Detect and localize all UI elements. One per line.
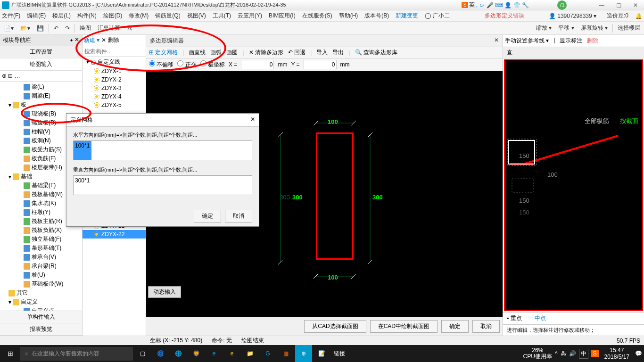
tree-item[interactable]: 条形基础(T) xyxy=(1,244,81,253)
select-floor-button[interactable]: 选择楼层 xyxy=(616,23,642,33)
menu-rebar[interactable]: 钢筋量(Q) xyxy=(155,12,180,20)
tree-item[interactable]: 承台梁(R) xyxy=(1,262,81,271)
tree-item[interactable]: 独立基础(F) xyxy=(1,235,81,244)
redo-icon[interactable]: ↷ xyxy=(63,24,72,33)
right-tab[interactable]: 直 xyxy=(503,47,644,58)
app-icon-6[interactable]: ⊕ xyxy=(295,345,312,362)
h-spacing-input[interactable]: <span class="dlg-sel"></span> xyxy=(73,140,252,160)
import-button[interactable]: 导入 xyxy=(316,49,328,57)
menu-help[interactable]: 帮助(H) xyxy=(339,12,358,20)
menu-modify[interactable]: 修改(M) xyxy=(129,12,149,20)
query-polygon-button[interactable]: 🔍 查询多边形库 xyxy=(355,49,397,57)
show-dim-button[interactable]: 显示标注 xyxy=(560,37,582,45)
undo-icon[interactable]: ↶ xyxy=(52,24,60,33)
tab-report[interactable]: 报表预览 xyxy=(0,323,82,336)
app-icon-4[interactable]: G xyxy=(259,345,276,362)
tray-sogou-icon[interactable]: S xyxy=(591,350,599,357)
maximize-button[interactable]: ▢ xyxy=(612,2,625,8)
edge-icon[interactable]: e xyxy=(206,345,223,362)
new-component-button[interactable]: 新建 ▾ xyxy=(84,36,99,44)
calc-button[interactable]: 汇总计算 xyxy=(96,23,122,33)
tree-item[interactable]: ▾板 xyxy=(1,100,81,109)
dialog-ok-button[interactable]: 确定 xyxy=(194,210,221,222)
delete-right-button[interactable]: 删除 xyxy=(587,37,598,45)
app-icon-2[interactable]: 🌐 xyxy=(170,345,187,362)
save-icon[interactable]: 💾 xyxy=(35,24,46,33)
tree-item[interactable]: 梁(L) xyxy=(1,82,81,91)
menu-view[interactable]: 视图(V) xyxy=(187,12,206,20)
tree-item[interactable]: 筏板负筋(X) xyxy=(1,226,81,235)
draw-mode-button[interactable]: 绘图 xyxy=(78,23,93,33)
app-icon-1[interactable]: 🌀 xyxy=(152,345,169,362)
snap-endpoint[interactable]: ▪ 重点 xyxy=(507,314,522,322)
list-item[interactable]: ZDYX-1 xyxy=(83,67,146,75)
polygon-close-icon[interactable]: ✕ xyxy=(494,37,499,45)
draw-line-button[interactable]: 画直线 xyxy=(189,49,206,57)
menu-component[interactable]: 构件(N) xyxy=(77,12,97,20)
list-item[interactable]: ZDYX-4 xyxy=(83,92,146,101)
rotate-button[interactable]: 屏幕旋转 ▾ xyxy=(579,23,610,33)
notify-badge[interactable]: 71 xyxy=(557,0,567,10)
start-button[interactable]: ⊞ xyxy=(2,345,19,362)
x-input[interactable] xyxy=(241,60,274,69)
y-input[interactable] xyxy=(304,60,337,69)
pan-button[interactable]: 平移 ▾ xyxy=(556,23,576,33)
tree-item[interactable]: 桩承台(V) xyxy=(1,253,81,262)
menu-edit[interactable]: 编辑(E) xyxy=(27,12,46,20)
user-name[interactable]: ◯ 广小二 xyxy=(425,12,449,20)
tab-draw-input[interactable]: 绘图输入 xyxy=(0,58,82,71)
list-item[interactable]: ZDYX-22 xyxy=(83,230,146,239)
list-item[interactable]: ZDYX-3 xyxy=(83,84,146,92)
dynamic-input-button[interactable]: 动态输入 xyxy=(148,286,181,298)
ref-line-button[interactable]: 手动设置参考线 ▾ xyxy=(505,37,549,45)
snap-midpoint[interactable]: ━ 中点 xyxy=(528,314,546,322)
cancel-button[interactable]: 取消 xyxy=(472,320,500,333)
menu-draw[interactable]: 绘图(D) xyxy=(103,12,123,20)
tray-notify-icon[interactable]: 💬 xyxy=(635,350,642,357)
tray-clock[interactable]: 15:472018/5/17 xyxy=(602,347,632,361)
app-icon-5[interactable]: ▦ xyxy=(277,345,294,362)
ime-bar[interactable]: S 英 , ☺ 🎤 ⌨ 👤 👕 🔧 xyxy=(462,1,529,9)
ok-button[interactable]: 确定 xyxy=(441,320,469,333)
app-icon-7[interactable]: 📝 xyxy=(313,345,330,362)
tree-item[interactable]: 自定义点 xyxy=(1,306,81,311)
search-input[interactable] xyxy=(83,46,146,57)
minimize-button[interactable]: — xyxy=(595,2,608,8)
phone-number[interactable]: 👤 13907298339 ▾ xyxy=(549,13,596,19)
menu-floor[interactable]: 楼层(L) xyxy=(52,12,71,20)
v-spacing-input[interactable] xyxy=(73,175,252,195)
ie-icon[interactable]: e xyxy=(223,345,240,362)
explorer-icon[interactable]: 📁 xyxy=(241,345,258,362)
tab-project-setting[interactable]: 工程设置 xyxy=(0,46,82,58)
link-text[interactable]: 链接 xyxy=(331,345,348,362)
menu-bim[interactable]: BIM应用(I) xyxy=(269,12,296,20)
new-file-icon[interactable]: 📄▾ xyxy=(2,24,16,33)
mode-nooffset[interactable]: 不偏移 xyxy=(149,60,173,69)
tray-vol-icon[interactable]: 🔊 xyxy=(569,350,576,357)
taskbar-search[interactable]: ○ 在这里输入你要搜索的内容 xyxy=(20,347,133,361)
tray-ime[interactable]: 中 xyxy=(579,349,588,359)
zoom-button[interactable]: 缩放 ▾ xyxy=(534,23,553,33)
dialog-cancel-button[interactable]: 取消 xyxy=(225,210,252,222)
cloud-button[interactable]: 云 xyxy=(125,23,134,33)
menu-tool[interactable]: 工具(T) xyxy=(213,12,231,20)
draw-circle-button[interactable]: 画圆 xyxy=(226,49,238,57)
tree-item[interactable]: 圈梁(E) xyxy=(1,91,81,100)
tree-item[interactable]: 桩(U) xyxy=(1,271,81,280)
task-view-icon[interactable]: ▢ xyxy=(134,345,151,362)
tree-item[interactable]: ▾自定义 xyxy=(1,297,81,306)
menu-online[interactable]: 在线服务(S) xyxy=(302,12,332,20)
clear-polygon-button[interactable]: ✕ 清除多边形 xyxy=(249,49,283,57)
tray-up-icon[interactable]: ^ xyxy=(555,350,558,357)
list-item[interactable]: ZDYX-5 xyxy=(83,101,146,109)
define-grid-button[interactable]: ⊞ 定义网格 xyxy=(149,49,178,57)
open-file-icon[interactable]: 📂▾ xyxy=(18,24,32,33)
tab-single-input[interactable]: 单构件输入 xyxy=(0,311,82,323)
tree-item[interactable]: 基础板带(W) xyxy=(1,280,81,288)
list-item[interactable]: ZDYX-2 xyxy=(83,75,146,84)
tree-item[interactable]: 其它 xyxy=(1,288,81,297)
nav-close-icon[interactable]: ⬥ ✕ xyxy=(70,36,79,44)
menu-file[interactable]: 文件(F) xyxy=(2,12,20,20)
cad-draw-button[interactable]: 在CAD中绘制截面图 xyxy=(370,320,438,333)
delete-component-button[interactable]: ✕ 删除 xyxy=(101,36,119,44)
